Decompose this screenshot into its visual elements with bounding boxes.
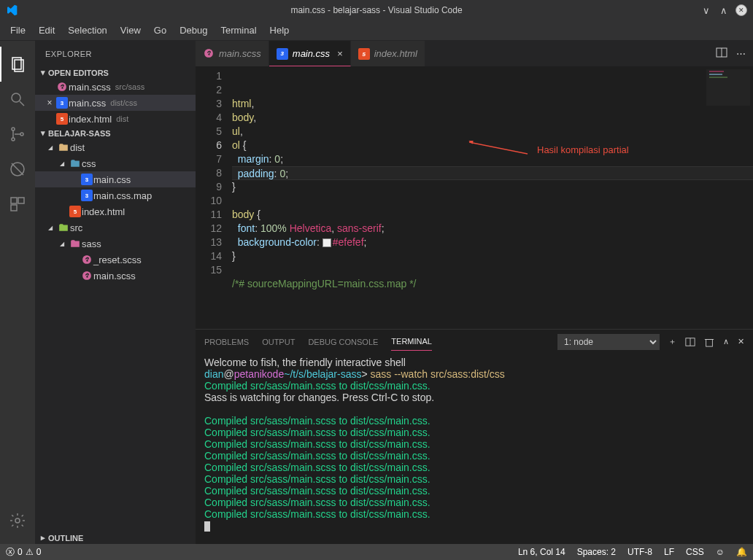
tree-item[interactable]: _reset.scss — [35, 252, 196, 268]
panel-tab-debug[interactable]: DEBUG CONSOLE — [308, 333, 378, 351]
window-minimize-icon[interactable]: ∨ — [700, 4, 712, 16]
chevron-down-icon: ◢ — [60, 241, 69, 247]
menu-debug[interactable]: Debug — [174, 22, 213, 39]
svg-rect-11 — [11, 205, 17, 211]
status-bell-icon[interactable]: 🔔 — [730, 547, 753, 557]
sidebar-title: EXPLORER — [35, 41, 196, 66]
svg-line-8 — [12, 163, 23, 175]
sass-file-icon — [55, 81, 69, 93]
svg-rect-10 — [18, 198, 24, 203]
close-panel-icon[interactable]: ✕ — [738, 337, 744, 346]
status-lncol[interactable]: Ln 6, Col 14 — [512, 547, 571, 557]
window-title: main.css - belajar-sass - Visual Studio … — [290, 5, 462, 15]
terminal-selector[interactable]: 1: node — [557, 334, 660, 350]
sidebar: EXPLORER ▾OPEN EDITORS main.scsssrc/sass… — [35, 41, 196, 544]
open-editor-item[interactable]: 5index.htmldist — [35, 111, 196, 127]
close-icon[interactable]: × — [337, 48, 343, 59]
tree-item[interactable]: ◢ sass — [35, 236, 196, 252]
activity-extensions[interactable] — [0, 187, 35, 222]
activity-debug[interactable] — [0, 152, 35, 187]
sass-file-icon — [203, 47, 215, 61]
html-file-icon: 5 — [69, 206, 82, 217]
status-encoding[interactable]: UTF-8 — [622, 547, 658, 557]
svg-line-3 — [20, 101, 24, 106]
status-feedback-icon[interactable]: ☺ — [710, 547, 730, 557]
html-file-icon: 5 — [358, 47, 370, 61]
status-eol[interactable]: LF — [658, 547, 680, 557]
minimap[interactable] — [706, 69, 750, 106]
activity-bar — [0, 41, 35, 544]
chevron-down-icon: ◢ — [60, 160, 69, 167]
split-editor-icon[interactable] — [716, 47, 727, 61]
section-outline[interactable]: ▸OUTLINE — [35, 532, 196, 544]
svg-rect-18 — [709, 71, 724, 72]
more-actions-icon[interactable]: ⋯ — [736, 48, 746, 59]
menu-terminal[interactable]: Terminal — [215, 22, 262, 39]
editor-tabs: main.scss3main.css×5index.html ⋯ — [196, 41, 753, 66]
tree-item[interactable]: 3 main.css — [35, 171, 196, 187]
menu-help[interactable]: Help — [264, 22, 296, 39]
window-close-icon[interactable]: ✕ — [735, 4, 747, 16]
activity-scm[interactable] — [0, 117, 35, 152]
svg-rect-19 — [709, 74, 722, 75]
chevron-down-icon: ◢ — [48, 225, 57, 231]
svg-point-6 — [20, 133, 23, 136]
titlebar: main.css - belajar-sass - Visual Studio … — [0, 0, 753, 20]
menu-edit[interactable]: Edit — [33, 22, 61, 39]
menu-view[interactable]: View — [115, 22, 147, 39]
editor-tab[interactable]: main.scss — [196, 41, 269, 66]
editor-area: main.scss3main.css×5index.html ⋯ 1234567… — [196, 41, 753, 544]
status-lang[interactable]: CSS — [680, 547, 710, 557]
close-icon[interactable]: × — [44, 98, 55, 108]
css-file-icon: 3 — [277, 47, 288, 60]
panel: PROBLEMS OUTPUT DEBUG CONSOLE TERMINAL 1… — [196, 329, 753, 544]
menubar: FileEditSelectionViewGoDebugTerminalHelp — [0, 20, 753, 41]
open-editor-item[interactable]: main.scsssrc/sass — [35, 79, 196, 95]
open-editor-item[interactable]: ×3main.cssdist/css — [35, 95, 196, 111]
vscode-icon — [6, 4, 18, 16]
svg-point-4 — [12, 128, 15, 131]
panel-tab-terminal[interactable]: TERMINAL — [391, 332, 432, 351]
activity-settings[interactable] — [0, 503, 35, 538]
status-spaces[interactable]: Spaces: 2 — [571, 547, 622, 557]
html-file-icon: 5 — [55, 113, 69, 125]
svg-rect-9 — [11, 198, 17, 203]
editor-tab[interactable]: 3main.css× — [269, 41, 351, 66]
section-project[interactable]: ▾BELAJAR-SASS — [35, 127, 196, 139]
menu-file[interactable]: File — [4, 22, 31, 39]
css-file-icon: 3 — [80, 190, 93, 201]
menu-go[interactable]: Go — [148, 22, 172, 39]
svg-rect-20 — [709, 77, 727, 78]
menu-selection[interactable]: Selection — [62, 22, 112, 39]
tree-item[interactable]: ◢ dist — [35, 139, 196, 155]
panel-tab-output[interactable]: OUTPUT — [262, 333, 295, 351]
window-maximize-icon[interactable]: ∧ — [718, 4, 730, 16]
tree-item[interactable]: main.scss — [35, 268, 196, 284]
tree-item[interactable]: ◢ css — [35, 155, 196, 171]
sass-file-icon — [80, 254, 93, 265]
new-terminal-icon[interactable]: ＋ — [668, 336, 676, 347]
section-open-editors[interactable]: ▾OPEN EDITORS — [35, 66, 196, 79]
statusbar: ⓧ0⚠0 Ln 6, Col 14 Spaces: 2 UTF-8 LF CSS… — [0, 544, 753, 560]
panel-tab-problems[interactable]: PROBLEMS — [204, 333, 249, 351]
chevron-down-icon: ◢ — [48, 144, 57, 151]
sass-file-icon — [80, 270, 93, 281]
status-errors[interactable]: ⓧ0⚠0 — [0, 546, 47, 559]
split-terminal-icon[interactable] — [685, 337, 695, 347]
editor-tab[interactable]: 5index.html — [351, 41, 425, 66]
tree-item[interactable]: 5 index.html — [35, 203, 196, 219]
activity-explorer[interactable] — [0, 47, 35, 82]
tree-item[interactable]: ◢ src — [35, 219, 196, 236]
maximize-panel-icon[interactable]: ∧ — [723, 337, 729, 346]
activity-search[interactable] — [0, 82, 35, 117]
tree-item[interactable]: 3 main.css.map — [35, 187, 196, 203]
svg-rect-23 — [706, 339, 713, 346]
css-file-icon: 3 — [80, 174, 93, 185]
svg-point-2 — [12, 93, 20, 102]
kill-terminal-icon[interactable] — [704, 337, 714, 347]
terminal[interactable]: Welcome to fish, the friendly interactiv… — [196, 354, 753, 544]
svg-point-12 — [15, 518, 20, 523]
css-file-icon: 3 — [55, 97, 69, 109]
svg-point-5 — [12, 138, 15, 141]
code-editor[interactable]: 123456789101112131415 html,body,ul,ol { … — [196, 66, 753, 329]
